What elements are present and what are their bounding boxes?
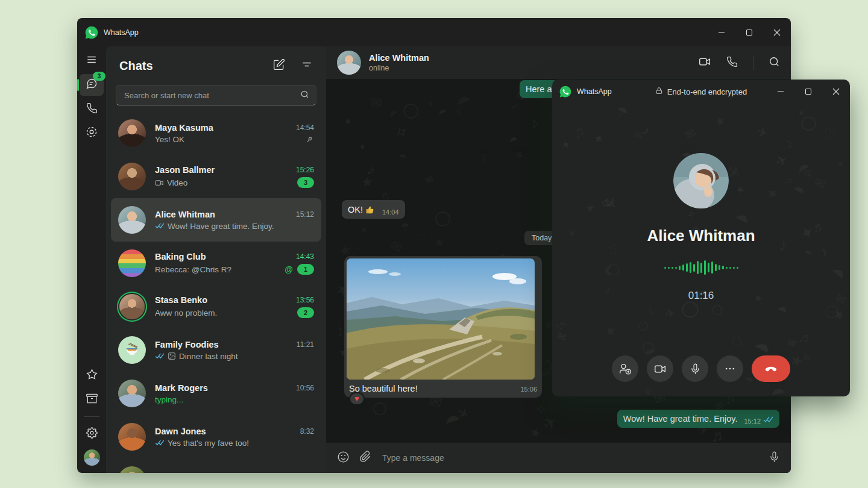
doodle-glyph: ♡ [603,240,623,261]
waveform-dot [729,267,731,269]
lock-icon [655,87,663,96]
call-close-button[interactable] [822,80,850,104]
chat-list-item[interactable]: Jason Ballmer 15:26 Video 3 [111,155,321,198]
call-video-button[interactable] [647,355,673,382]
doodle-glyph: ✈ [454,405,472,424]
waveform-bar [693,264,695,272]
chat-time: 11:21 [297,340,314,349]
photo-landscape[interactable] [347,258,535,380]
filter-chats-button[interactable] [301,58,313,73]
chat-meta: @1 [285,264,314,275]
end-call-button[interactable] [752,355,790,382]
mic-button[interactable] [769,451,780,465]
chat-list-item[interactable]: Maya Kasuma 14:54 Yes! OK [111,111,321,155]
desktop-background: WhatsApp 3 [0,0,868,488]
call-titlebar: WhatsApp End-to-end endcrypted [552,80,850,104]
chat-list-item[interactable]: Mark Rogers 10:56 typing... [111,372,321,415]
waveform-bar [679,266,681,270]
phone-icon [86,102,98,116]
doodle-glyph: ★ [567,227,577,239]
doodle-glyph: ✉ [370,94,383,111]
close-button[interactable] [763,18,791,46]
chat-list-item[interactable]: Alice Whitman 15:12 Wow! Have great time… [111,198,321,242]
maximize-button[interactable] [735,18,763,46]
waveform-bar [708,263,709,272]
nav-calls[interactable] [80,98,104,120]
doodle-glyph: ♪ [509,100,521,113]
call-minimize-button[interactable] [767,80,794,104]
message-incoming-ok[interactable]: OK! 14:04 [342,200,405,219]
chat-list: Maya Kasuma 14:54 Yes! OK Jason Ballmer … [106,110,326,473]
add-participant-button[interactable] [612,355,638,382]
doodle-glyph: ✧ [596,193,614,213]
doodle-glyph: ★ [527,425,542,442]
search-in-chat-button[interactable] [769,56,780,70]
doodle-glyph: ✧ [643,384,654,396]
conversation-header[interactable]: Alice Whitman online [326,46,791,79]
message-input[interactable] [381,452,759,463]
chat-preview-text: Yes that's my fave too! [168,439,249,448]
unread-badge: 1 [297,264,314,275]
doodle-glyph: ♬ [570,120,591,142]
chat-list-item[interactable]: Dawn Jones 8:32 Yes that's my fave too! [111,415,321,458]
unread-badge: 3 [297,177,314,188]
read-ticks-icon [155,223,165,229]
chat-avatar [118,466,146,473]
message-photo[interactable]: So beautiful here! 15:06 ♥ [344,256,542,398]
heart-reaction[interactable]: ♥ [349,392,365,405]
menu-button[interactable] [80,50,104,72]
call-maximize-button[interactable] [794,80,822,104]
minimize-button[interactable] [708,18,735,46]
doodle-glyph: ✦ [796,222,818,245]
voice-call-button[interactable] [726,56,738,70]
nav-chats[interactable]: 3 [80,74,104,96]
doodle-glyph: ☁ [385,105,398,120]
nav-archived[interactable] [80,389,104,410]
contact-avatar[interactable] [337,51,361,75]
doodle-glyph: ★ [712,113,728,130]
nav-starred[interactable] [80,364,104,386]
doodle-glyph: ♬ [796,327,816,348]
waveform-dot [664,267,666,269]
search-input[interactable] [123,90,295,101]
message-outgoing-wow[interactable]: Wow! Have great time. Enjoy. 15:12 [617,410,779,428]
doodle-glyph: ☾ [644,300,662,319]
video-call-button[interactable] [699,55,711,70]
waveform-bar [704,260,706,275]
more-options-button[interactable] [717,355,743,382]
doodle-glyph: ◯ [800,114,817,132]
nav-settings[interactable] [80,423,104,445]
call-controls [552,355,850,382]
attach-button[interactable] [359,451,371,465]
chat-list-item[interactable]: Family Foodies 11:21 Dinner last night [111,328,321,372]
chat-avatar [118,380,146,407]
emoji-button[interactable] [337,451,350,466]
profile-avatar[interactable] [84,449,100,466]
contact-name: Alice Whitman [369,53,429,63]
new-chat-button[interactable] [273,58,285,73]
chats-title: Chats [119,59,153,73]
mention-badge: @ [285,264,293,274]
call-mic-button[interactable] [682,355,708,382]
search-icon [300,90,309,101]
waveform-dot [737,267,738,269]
chat-name: Mark Rogers [155,383,291,393]
doodle-glyph: ✦ [601,321,621,343]
chat-list-item[interactable]: Baking Club 14:43 Rebecca: @Chris R? @1 [111,242,321,285]
search-box[interactable] [116,85,316,105]
chat-avatar [118,163,146,190]
chat-list-item[interactable]: Ziggy Woodley 9:12 [111,458,321,473]
nav-status[interactable] [80,122,104,144]
doodle-glyph: ✉ [424,173,435,186]
waveform-bar [682,264,684,271]
chat-preview-text: Dinner last night [179,352,238,361]
contact-status: online [369,64,429,72]
waveform-dot [726,267,728,269]
message-text: Here a [526,84,552,94]
chat-preview: typing... [155,395,309,404]
chat-name: Maya Kasuma [155,123,291,133]
doodle-glyph: ◯ [711,303,723,316]
doodle-glyph: ✈ [664,305,678,322]
chat-preview: Dinner last night [155,352,309,361]
chat-list-item[interactable]: Stasa Benko 13:56 Aww no problem. 2 [111,285,321,328]
